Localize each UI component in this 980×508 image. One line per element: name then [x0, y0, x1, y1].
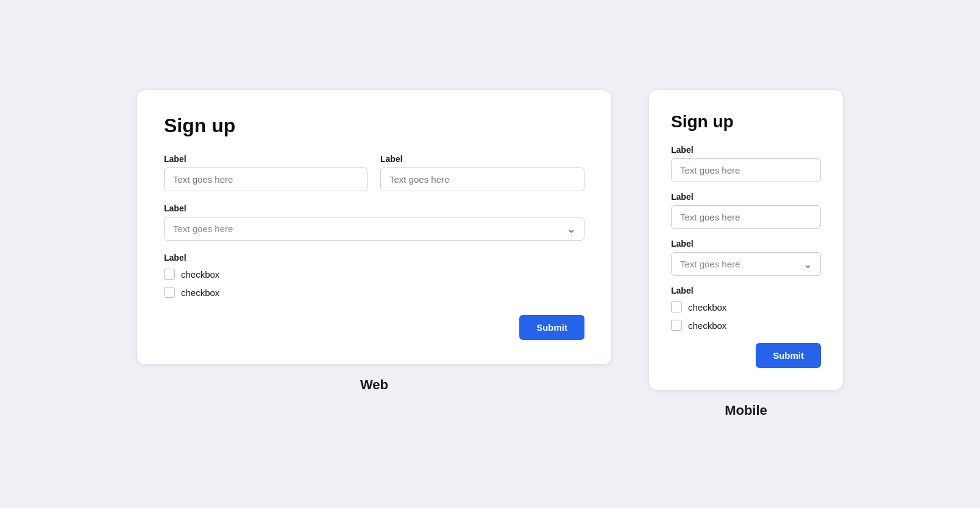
mobile-checkbox-item-2: checkbox — [671, 320, 821, 331]
web-form-footer: Submit — [164, 315, 584, 340]
main-container: Sign up Label Label Label Text goes here — [63, 90, 917, 418]
mobile-form-footer: Submit — [671, 343, 821, 368]
web-field-1-label: Label — [164, 154, 368, 164]
web-input-2[interactable] — [380, 168, 584, 191]
mobile-field-2-label: Label — [671, 192, 821, 202]
web-checkbox-1-label: checkbox — [181, 269, 219, 280]
web-dropdown-label: Label — [164, 203, 584, 213]
web-checkbox-2-label: checkbox — [181, 288, 219, 298]
web-field-1-group: Label — [164, 154, 368, 191]
mobile-input-2[interactable] — [671, 205, 821, 229]
mobile-input-1[interactable] — [671, 158, 821, 182]
web-field-2-group: Label — [380, 154, 584, 191]
web-checkbox-item-2: checkbox — [164, 287, 584, 298]
web-checkbox-group-label: Label — [164, 253, 584, 263]
web-dropdown-group: Label Text goes here ⌄ — [164, 203, 584, 241]
web-field-2-label: Label — [380, 154, 584, 164]
mobile-checkboxes: checkbox checkbox — [671, 302, 821, 331]
web-checkbox-1[interactable] — [164, 269, 175, 280]
mobile-preview-section: Sign up Label Label Label Text goes here… — [648, 90, 843, 418]
web-select[interactable]: Text goes here — [164, 217, 584, 241]
web-checkboxes: checkbox checkbox — [164, 269, 584, 298]
mobile-checkbox-group-label: Label — [671, 286, 821, 295]
web-preview-section: Sign up Label Label Label Text goes here — [137, 90, 612, 393]
web-select-wrapper: Text goes here ⌄ — [164, 217, 584, 241]
mobile-form-title: Sign up — [671, 112, 821, 132]
mobile-checkbox-group: Label checkbox checkbox — [671, 286, 821, 331]
web-row-1: Label Label — [164, 154, 584, 191]
mobile-field-2-group: Label — [671, 192, 821, 229]
web-checkbox-item-1: checkbox — [164, 269, 584, 280]
mobile-checkbox-2[interactable] — [671, 320, 682, 331]
web-form-title: Sign up — [164, 115, 584, 137]
mobile-select-wrapper: Text goes here ⌄ — [671, 252, 821, 276]
mobile-field-1-group: Label — [671, 145, 821, 182]
mobile-section-label: Mobile — [725, 403, 767, 418]
mobile-field-1-label: Label — [671, 145, 821, 155]
mobile-select[interactable]: Text goes here — [671, 252, 821, 276]
mobile-checkbox-2-label: checkbox — [688, 320, 726, 331]
web-section-label: Web — [360, 377, 388, 393]
mobile-checkbox-1[interactable] — [671, 302, 682, 312]
mobile-card: Sign up Label Label Label Text goes here… — [648, 90, 843, 390]
web-submit-button[interactable]: Submit — [519, 315, 584, 340]
web-checkbox-group: Label checkbox checkbox — [164, 253, 584, 298]
mobile-dropdown-label: Label — [671, 239, 821, 249]
mobile-dropdown-group: Label Text goes here ⌄ — [671, 239, 821, 276]
web-card: Sign up Label Label Label Text goes here — [137, 90, 612, 365]
web-checkbox-2[interactable] — [164, 287, 175, 298]
web-input-1[interactable] — [164, 168, 368, 191]
mobile-checkbox-1-label: checkbox — [688, 302, 726, 312]
mobile-checkbox-item-1: checkbox — [671, 302, 821, 312]
mobile-submit-button[interactable]: Submit — [756, 343, 821, 368]
